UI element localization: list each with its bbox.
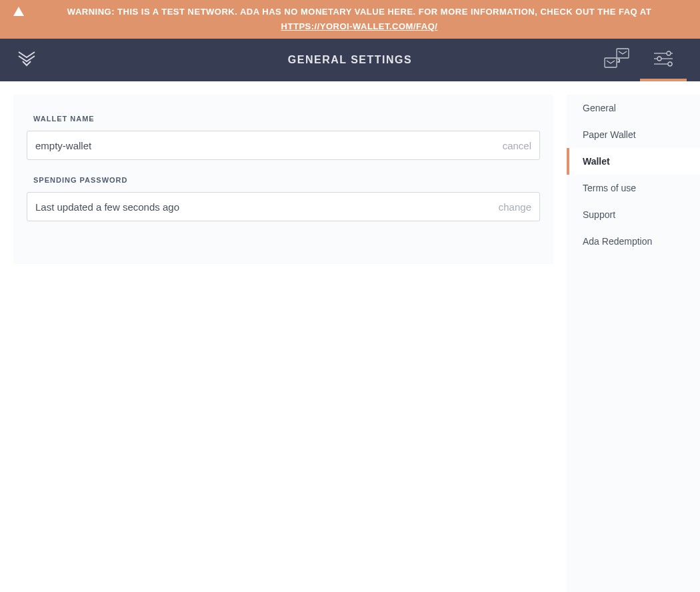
top-nav: GENERAL SETTINGS	[0, 39, 700, 81]
wallet-name-input[interactable]	[35, 140, 496, 151]
svg-point-7	[668, 62, 672, 66]
warning-text: WARNING: THIS IS A TEST NETWORK. ADA HAS…	[67, 7, 651, 17]
yoroi-logo-icon[interactable]	[16, 48, 37, 72]
warning-triangle-icon	[13, 6, 24, 21]
svg-rect-1	[605, 58, 617, 67]
sidebar-item-paper-wallet[interactable]: Paper Wallet	[567, 121, 700, 148]
settings-sidebar: General Paper Wallet Wallet Terms of use…	[567, 95, 700, 592]
svg-rect-0	[617, 49, 629, 58]
sidebar-item-general[interactable]: General	[567, 95, 700, 121]
warning-banner: WARNING: THIS IS A TEST NETWORK. ADA HAS…	[0, 0, 700, 39]
content-area: WALLET NAME cancel SPENDING PASSWORD Las…	[0, 81, 567, 592]
main-layout: WALLET NAME cancel SPENDING PASSWORD Las…	[0, 81, 700, 592]
warning-faq-link[interactable]: HTTPS://YOROI-WALLET.COM/FAQ/	[281, 21, 438, 31]
sidebar-item-terms-of-use[interactable]: Terms of use	[567, 175, 700, 201]
warning-text-container: WARNING: THIS IS A TEST NETWORK. ADA HAS…	[32, 5, 687, 34]
settings-nav-button[interactable]	[640, 39, 687, 81]
svg-point-5	[657, 57, 661, 61]
nav-right-group	[593, 39, 687, 81]
spending-password-change-button[interactable]: change	[492, 201, 531, 213]
page-title: GENERAL SETTINGS	[288, 54, 412, 66]
wallet-name-cancel-button[interactable]: cancel	[496, 140, 531, 151]
spending-password-label: SPENDING PASSWORD	[27, 176, 540, 184]
sidebar-item-wallet[interactable]: Wallet	[567, 148, 700, 175]
svg-point-3	[667, 51, 671, 55]
wallets-stack-icon	[602, 46, 631, 74]
wallet-name-row: cancel	[27, 131, 540, 160]
settings-card: WALLET NAME cancel SPENDING PASSWORD Las…	[13, 95, 553, 264]
wallets-nav-button[interactable]	[593, 39, 640, 81]
spending-password-row: Last updated a few seconds ago change	[27, 192, 540, 221]
sidebar-item-ada-redemption[interactable]: Ada Redemption	[567, 228, 700, 255]
settings-sliders-icon	[653, 50, 674, 70]
wallet-name-label: WALLET NAME	[27, 115, 540, 123]
sidebar-item-support[interactable]: Support	[567, 201, 700, 228]
spending-password-status: Last updated a few seconds ago	[35, 201, 492, 213]
wallet-name-block: WALLET NAME cancel	[27, 115, 540, 160]
spending-password-block: SPENDING PASSWORD Last updated a few sec…	[27, 176, 540, 221]
